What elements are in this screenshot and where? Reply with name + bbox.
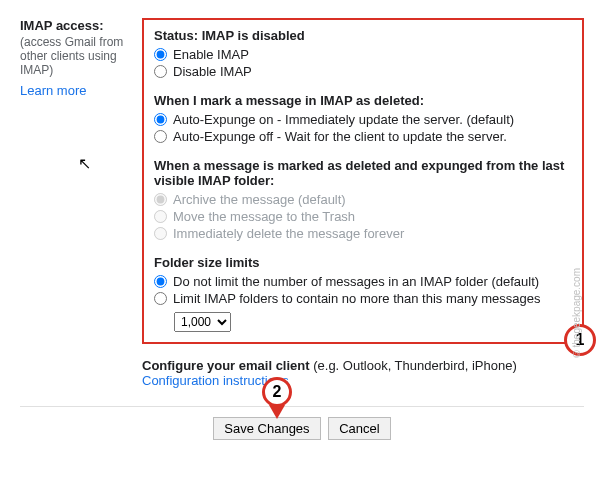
- imap-access-label-block: IMAP access: (access Gmail from other cl…: [20, 18, 130, 344]
- no-limit-option[interactable]: Do not limit the number of messages in a…: [154, 274, 572, 289]
- configure-title-rest: (e.g. Outlook, Thunderbird, iPhone): [310, 358, 517, 373]
- watermark-text: ©thegeekpage.com: [571, 268, 582, 359]
- disable-imap-radio[interactable]: [154, 65, 167, 78]
- learn-more-link[interactable]: Learn more: [20, 83, 86, 98]
- configure-title-bold: Configure your email client: [142, 358, 310, 373]
- expunge-off-radio[interactable]: [154, 130, 167, 143]
- expunge-on-label: Auto-Expunge on - Immediately update the…: [173, 112, 514, 127]
- cursor-icon: ↖: [78, 154, 91, 173]
- archive-label: Archive the message (default): [173, 192, 346, 207]
- trash-radio: [154, 210, 167, 223]
- expunge-off-option[interactable]: Auto-Expunge off - Wait for the client t…: [154, 129, 572, 144]
- configuration-instructions-link[interactable]: Configuration instructions: [142, 373, 289, 388]
- status-title: Status: IMAP is disabled: [154, 28, 572, 43]
- expunge-off-label: Auto-Expunge off - Wait for the client t…: [173, 129, 507, 144]
- limit-label: Limit IMAP folders to contain no more th…: [173, 291, 541, 306]
- archive-option: Archive the message (default): [154, 192, 572, 207]
- imap-settings-panel: Status: IMAP is disabled Enable IMAP Dis…: [142, 18, 584, 344]
- no-limit-label: Do not limit the number of messages in a…: [173, 274, 539, 289]
- enable-imap-label: Enable IMAP: [173, 47, 249, 62]
- folder-limit-select[interactable]: 1,000: [174, 312, 231, 332]
- cancel-button[interactable]: Cancel: [328, 417, 390, 440]
- delete-forever-label: Immediately delete the message forever: [173, 226, 404, 241]
- expunged-title: When a message is marked as deleted and …: [154, 158, 572, 188]
- no-limit-radio[interactable]: [154, 275, 167, 288]
- expunge-on-radio[interactable]: [154, 113, 167, 126]
- folder-limits-title: Folder size limits: [154, 255, 572, 270]
- archive-radio: [154, 193, 167, 206]
- imap-access-label: IMAP access:: [20, 18, 130, 33]
- trash-option: Move the message to the Trash: [154, 209, 572, 224]
- imap-access-sublabel: (access Gmail from other clients using I…: [20, 35, 130, 77]
- save-changes-button[interactable]: Save Changes: [213, 417, 320, 440]
- delete-forever-option: Immediately delete the message forever: [154, 226, 572, 241]
- enable-imap-option[interactable]: Enable IMAP: [154, 47, 572, 62]
- limit-radio[interactable]: [154, 292, 167, 305]
- mark-deleted-title: When I mark a message in IMAP as deleted…: [154, 93, 572, 108]
- disable-imap-label: Disable IMAP: [173, 64, 252, 79]
- delete-forever-radio: [154, 227, 167, 240]
- disable-imap-option[interactable]: Disable IMAP: [154, 64, 572, 79]
- trash-label: Move the message to the Trash: [173, 209, 355, 224]
- configure-client-block: Configure your email client (e.g. Outloo…: [142, 358, 584, 388]
- expunge-on-option[interactable]: Auto-Expunge on - Immediately update the…: [154, 112, 572, 127]
- enable-imap-radio[interactable]: [154, 48, 167, 61]
- limit-option[interactable]: Limit IMAP folders to contain no more th…: [154, 291, 572, 306]
- divider: [20, 406, 584, 407]
